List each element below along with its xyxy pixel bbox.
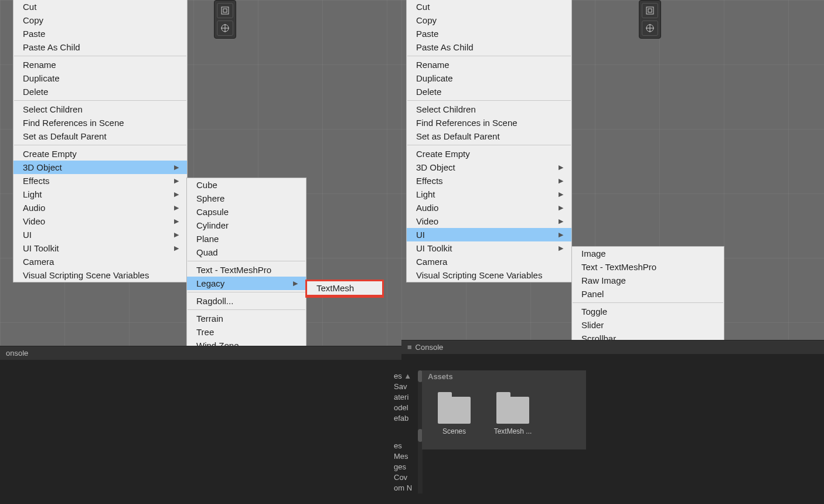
menu-cylinder[interactable]: Cylinder xyxy=(187,219,306,232)
menu-label: Video xyxy=(416,216,438,226)
menu-duplicate[interactable]: Duplicate xyxy=(407,71,571,85)
submenu-arrow-icon: ▶ xyxy=(293,280,298,287)
menu-label: UI xyxy=(416,230,425,240)
menu-label: UI Toolkit xyxy=(23,243,59,253)
menu-plane[interactable]: Plane xyxy=(187,232,306,246)
rect-tool-icon[interactable] xyxy=(217,3,233,18)
menu-delete[interactable]: Delete xyxy=(13,85,187,98)
menu-label: Light xyxy=(416,189,435,199)
menu-capsule[interactable]: Capsule xyxy=(187,205,306,219)
menu-visual-scripting[interactable]: Visual Scripting Scene Variables xyxy=(13,268,187,282)
menu-copy[interactable]: Copy xyxy=(13,13,187,27)
menu-select-children[interactable]: Select Children xyxy=(407,103,571,116)
menu-light[interactable]: Light▶ xyxy=(407,188,571,201)
menu-camera[interactable]: Camera xyxy=(407,255,571,268)
menu-label: Slider xyxy=(581,320,604,330)
menu-quad[interactable]: Quad xyxy=(187,246,306,259)
menu-separator xyxy=(407,56,571,56)
menu-text-tmpro[interactable]: Text - TextMeshPro xyxy=(572,260,724,274)
menu-terrain[interactable]: Terrain xyxy=(187,312,306,325)
folder-item[interactable]: Scenes xyxy=(434,397,475,435)
menu-set-default-parent[interactable]: Set as Default Parent xyxy=(407,130,571,143)
menu-label: UI xyxy=(23,230,32,240)
menu-label: 3D Object xyxy=(416,162,455,172)
console-tab-right[interactable]: ≡ Console xyxy=(401,340,824,354)
menu-visual-scripting[interactable]: Visual Scripting Scene Variables xyxy=(407,268,571,282)
menu-light[interactable]: Light▶ xyxy=(13,188,187,201)
menu-panel[interactable]: Panel xyxy=(572,287,724,301)
menu-ragdoll[interactable]: Ragdoll... xyxy=(187,294,306,308)
menu-create-empty[interactable]: Create Empty xyxy=(13,147,187,161)
assets-header: Assets xyxy=(422,370,586,383)
menu-ui-toolkit[interactable]: UI Toolkit▶ xyxy=(13,241,187,255)
menu-rename[interactable]: Rename xyxy=(13,58,187,71)
menu-label: Toggle xyxy=(581,307,607,316)
clipped-text-block: es Mes ges Cov om N xyxy=(394,441,412,493)
menu-slider[interactable]: Slider xyxy=(572,318,724,332)
menu-paste[interactable]: Paste xyxy=(407,27,571,40)
menu-video[interactable]: Video▶ xyxy=(13,214,187,228)
menu-video[interactable]: Video▶ xyxy=(407,214,571,228)
menu-paste-as-child[interactable]: Paste As Child xyxy=(13,40,187,54)
menu-cube[interactable]: Cube xyxy=(187,178,306,192)
submenu-legacy-3d: TextMesh xyxy=(305,280,384,298)
folder-item[interactable]: TextMesh ... xyxy=(492,397,533,435)
menu-raw-image[interactable]: Raw Image xyxy=(572,274,724,287)
menu-set-default-parent[interactable]: Set as Default Parent xyxy=(13,130,187,143)
console-tab-left[interactable]: onsole xyxy=(0,346,401,360)
menu-label: Delete xyxy=(23,87,48,97)
menu-audio[interactable]: Audio▶ xyxy=(407,201,571,214)
menu-ui[interactable]: UI▶ xyxy=(13,228,187,241)
menu-label: Paste As Child xyxy=(416,42,474,52)
rect-tool-icon[interactable] xyxy=(642,3,658,18)
menu-paste[interactable]: Paste xyxy=(13,27,187,40)
menu-label: Ragdoll... xyxy=(196,296,233,306)
menu-camera[interactable]: Camera xyxy=(13,255,187,268)
menu-toggle[interactable]: Toggle xyxy=(572,305,724,318)
submenu-arrow-icon: ▶ xyxy=(559,244,563,252)
menu-textmesh[interactable]: TextMesh xyxy=(307,281,382,295)
menu-text-tmpro[interactable]: Text - TextMeshPro xyxy=(187,263,306,277)
console-label: Console xyxy=(416,343,444,352)
transform-tool-icon[interactable] xyxy=(217,21,233,36)
menu-sphere[interactable]: Sphere xyxy=(187,192,306,205)
menu-select-children[interactable]: Select Children xyxy=(13,103,187,116)
menu-image[interactable]: Image xyxy=(572,247,724,260)
submenu-arrow-icon: ▶ xyxy=(174,190,179,198)
submenu-arrow-icon: ▶ xyxy=(559,190,563,198)
submenu-arrow-icon: ▶ xyxy=(174,244,179,252)
menu-3d-object[interactable]: 3D Object▶ xyxy=(407,161,571,174)
menu-create-empty[interactable]: Create Empty xyxy=(407,147,571,161)
menu-effects[interactable]: Effects▶ xyxy=(407,174,571,188)
menu-effects[interactable]: Effects▶ xyxy=(13,174,187,188)
menu-copy[interactable]: Copy xyxy=(407,13,571,27)
menu-tree[interactable]: Tree xyxy=(187,325,306,339)
transform-tool-icon[interactable] xyxy=(642,21,658,36)
svg-rect-5 xyxy=(646,7,653,14)
menu-label: Duplicate xyxy=(23,73,60,83)
menu-rename[interactable]: Rename xyxy=(407,58,571,71)
menu-legacy[interactable]: Legacy▶ xyxy=(187,277,306,290)
menu-delete[interactable]: Delete xyxy=(407,85,571,98)
menu-separator xyxy=(188,292,305,292)
menu-ui-toolkit[interactable]: UI Toolkit▶ xyxy=(407,241,571,255)
menu-cut[interactable]: Cut xyxy=(13,0,187,13)
menu-label: Delete xyxy=(416,87,441,97)
submenu-arrow-icon: ▶ xyxy=(559,164,563,171)
menu-label: Create Empty xyxy=(23,149,77,159)
menu-duplicate[interactable]: Duplicate xyxy=(13,71,187,85)
menu-label: Tree xyxy=(196,327,214,337)
submenu-arrow-icon: ▶ xyxy=(559,231,563,239)
menu-3d-object[interactable]: 3D Object▶ xyxy=(13,161,187,174)
menu-audio[interactable]: Audio▶ xyxy=(13,201,187,214)
menu-find-references[interactable]: Find References in Scene xyxy=(407,116,571,130)
context-menu-hierarchy-left: Cut Copy Paste Paste As Child Rename Dup… xyxy=(13,0,188,282)
context-menu-hierarchy-right: Cut Copy Paste Paste As Child Rename Dup… xyxy=(406,0,572,282)
menu-label: Plane xyxy=(196,234,219,244)
menu-ui[interactable]: UI▶ xyxy=(407,228,571,241)
menu-find-references[interactable]: Find References in Scene xyxy=(13,116,187,130)
folder-icon xyxy=(438,397,471,424)
menu-cut[interactable]: Cut xyxy=(407,0,571,13)
submenu-arrow-icon: ▶ xyxy=(174,204,179,212)
menu-paste-as-child[interactable]: Paste As Child xyxy=(407,40,571,54)
